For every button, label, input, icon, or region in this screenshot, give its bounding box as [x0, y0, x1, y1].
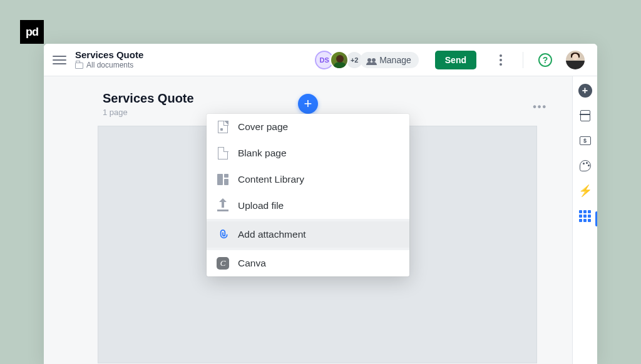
apps-active-indicator	[595, 211, 597, 226]
breadcrumb-label: All documents	[86, 61, 133, 69]
kebab-menu-button[interactable]	[491, 51, 510, 69]
tool-theme[interactable]	[578, 159, 592, 173]
attachment-icon	[217, 228, 229, 241]
bolt-icon: ⚡	[578, 184, 592, 198]
help-button[interactable]: ?	[536, 51, 555, 69]
app-window: Services Quote All documents DS +2 Manag…	[44, 44, 597, 364]
avatar-photo[interactable]	[330, 51, 349, 69]
document-title-block: Services Quote All documents	[75, 50, 143, 70]
menu-item-content-library[interactable]: Content Library	[207, 166, 409, 193]
help-icon: ?	[538, 53, 552, 67]
cover-page-icon	[217, 121, 229, 133]
people-icon	[367, 58, 376, 62]
apps-grid-icon	[579, 210, 591, 222]
tool-add[interactable]: +	[578, 84, 592, 98]
content-library-icon	[217, 173, 229, 186]
add-page-button[interactable]: +	[298, 94, 318, 114]
palette-icon	[580, 160, 591, 171]
manage-label: Manage	[379, 55, 411, 65]
menu-label: Content Library	[238, 174, 304, 185]
tool-panel[interactable]	[578, 109, 592, 123]
menu-label: Cover page	[238, 121, 288, 133]
right-tool-rail: + $ ⚡	[572, 76, 597, 364]
panel-icon	[580, 110, 590, 121]
menu-item-canva[interactable]: C Canva	[207, 250, 409, 276]
menu-label: Add attachment	[238, 229, 306, 240]
menu-icon[interactable]	[53, 53, 66, 67]
current-user-avatar[interactable]	[566, 51, 585, 69]
collaborators: DS +2 Manage	[315, 51, 419, 69]
menu-label: Blank page	[238, 148, 287, 159]
upload-icon	[217, 200, 229, 212]
add-menu: Cover page Blank page Content Library	[207, 114, 409, 276]
tool-apps[interactable]	[578, 209, 592, 223]
menu-item-blank-page[interactable]: Blank page	[207, 140, 409, 166]
tool-automation[interactable]: ⚡	[578, 184, 592, 198]
breadcrumb[interactable]: All documents	[75, 61, 143, 69]
document-title: Services Quote	[75, 50, 143, 61]
folder-icon	[75, 63, 83, 69]
menu-label: Canva	[238, 258, 266, 269]
menu-item-add-attachment[interactable]: Add attachment	[207, 221, 409, 248]
kebab-icon	[500, 54, 502, 66]
content-box-icon: $	[580, 136, 591, 145]
manage-button[interactable]: Manage	[360, 52, 419, 68]
blank-page-icon	[217, 147, 229, 159]
page-title: Services Quote	[103, 91, 572, 106]
body: Services Quote 1 page + ••• Cover page	[44, 76, 597, 364]
brand-badge: pd	[20, 20, 44, 44]
plus-icon: +	[304, 96, 312, 112]
canva-icon: C	[217, 257, 229, 270]
editor-area: Services Quote 1 page + ••• Cover page	[44, 76, 572, 364]
menu-item-cover-page[interactable]: Cover page	[207, 114, 409, 140]
page-more-button[interactable]: •••	[533, 101, 547, 113]
topbar: Services Quote All documents DS +2 Manag…	[44, 44, 597, 76]
tool-content-box[interactable]: $	[578, 134, 592, 148]
menu-item-upload-file[interactable]: Upload file	[207, 193, 409, 219]
send-button[interactable]: Send	[435, 51, 476, 69]
divider	[523, 52, 523, 68]
menu-label: Upload file	[238, 200, 284, 211]
